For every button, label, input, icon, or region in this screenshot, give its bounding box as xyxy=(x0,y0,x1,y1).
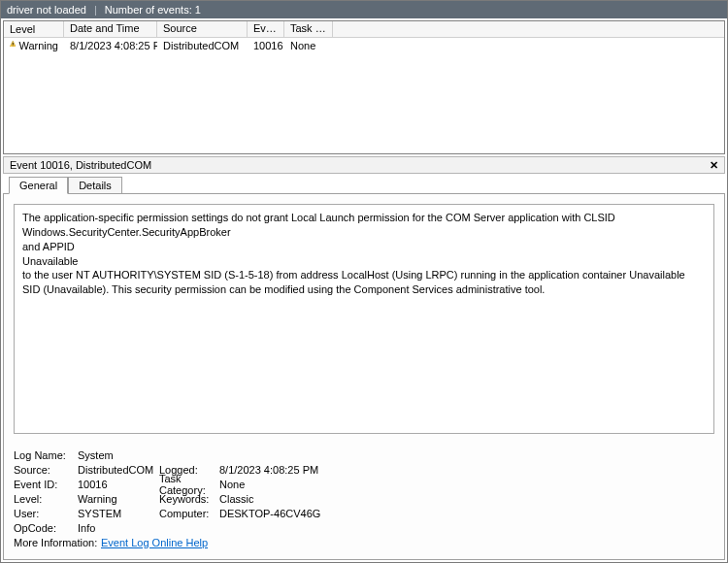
cell-date: 8/1/2023 4:08:25 PM xyxy=(64,40,157,51)
label-opcode: OpCode: xyxy=(14,522,78,534)
label-log-name: Log Name: xyxy=(14,449,78,461)
value-logged: 8/1/2023 4:08:25 PM xyxy=(219,464,318,476)
value-event-id: 10016 xyxy=(78,479,159,490)
value-opcode: Info xyxy=(78,522,159,534)
label-source: Source: xyxy=(14,464,78,476)
label-computer: Computer: xyxy=(159,508,219,519)
col-level[interactable]: Level xyxy=(4,21,64,37)
label-event-id: Event ID: xyxy=(14,479,78,490)
svg-rect-2 xyxy=(13,46,14,47)
label-level: Level: xyxy=(14,493,78,505)
event-properties: Log Name: System Source: DistributedCOM … xyxy=(14,447,714,549)
filter-status-text: driver not loaded xyxy=(7,4,86,16)
cell-source: DistributedCOM xyxy=(157,40,248,51)
value-user: SYSTEM xyxy=(78,508,159,519)
value-log-name: System xyxy=(78,449,159,461)
svg-rect-1 xyxy=(13,43,14,45)
cell-task: None xyxy=(284,40,333,51)
filter-status-bar: driver not loaded | Number of events: 1 xyxy=(1,1,727,18)
label-keywords: Keywords: xyxy=(159,493,219,505)
detail-title: Event 10016, DistributedCOM xyxy=(10,159,151,171)
event-message[interactable]: The application-specific permission sett… xyxy=(14,204,714,434)
link-event-log-online-help[interactable]: Event Log Online Help xyxy=(101,537,208,548)
event-viewer-pane: driver not loaded | Number of events: 1 … xyxy=(0,0,728,563)
col-event-id[interactable]: Event ID xyxy=(248,21,284,37)
value-keywords: Classic xyxy=(219,493,253,505)
col-source[interactable]: Source xyxy=(157,21,248,37)
cell-event-id: 10016 xyxy=(248,40,284,51)
detail-pane-header[interactable]: Event 10016, DistributedCOM ✕ xyxy=(3,156,725,174)
cell-level: Warning xyxy=(4,40,64,51)
event-count-text: Number of events: 1 xyxy=(105,4,201,16)
grid-header-row[interactable]: Level Date and Time Source Event ID Task… xyxy=(4,21,724,38)
value-source: DistributedCOM xyxy=(78,464,159,476)
label-more-info: More Information: xyxy=(14,537,101,548)
label-user: User: xyxy=(14,508,78,519)
col-task-category[interactable]: Task Cate... xyxy=(284,21,333,37)
col-date[interactable]: Date and Time xyxy=(64,21,157,37)
warning-icon xyxy=(10,41,16,50)
value-level: Warning xyxy=(78,493,159,505)
value-computer: DESKTOP-46CV46G xyxy=(219,508,320,519)
detail-tabs: General Details xyxy=(9,177,725,194)
value-task-category: None xyxy=(219,479,245,490)
event-grid[interactable]: Level Date and Time Source Event ID Task… xyxy=(3,20,725,154)
table-row[interactable]: Warning 8/1/2023 4:08:25 PM DistributedC… xyxy=(4,38,724,53)
close-icon[interactable]: ✕ xyxy=(710,159,718,172)
tab-general-body: The application-specific permission sett… xyxy=(3,193,725,560)
tab-general[interactable]: General xyxy=(9,177,68,194)
tab-details[interactable]: Details xyxy=(68,177,122,194)
